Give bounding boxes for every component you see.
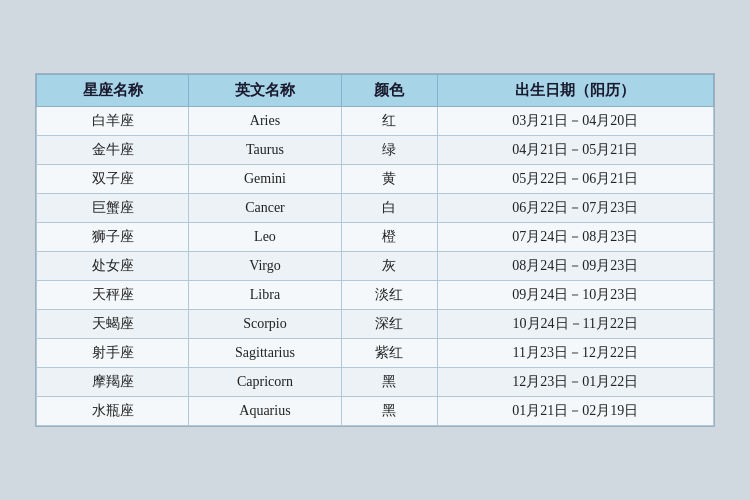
cell-dates: 06月22日－07月23日 — [437, 194, 713, 223]
cell-english: Gemini — [189, 165, 341, 194]
cell-dates: 08月24日－09月23日 — [437, 252, 713, 281]
table-row: 射手座Sagittarius紫红11月23日－12月22日 — [37, 339, 714, 368]
cell-english: Virgo — [189, 252, 341, 281]
cell-chinese: 水瓶座 — [37, 397, 189, 426]
cell-english: Libra — [189, 281, 341, 310]
cell-chinese: 处女座 — [37, 252, 189, 281]
cell-chinese: 天秤座 — [37, 281, 189, 310]
table-row: 双子座Gemini黄05月22日－06月21日 — [37, 165, 714, 194]
cell-color: 白 — [341, 194, 437, 223]
col-header-dates: 出生日期（阳历） — [437, 75, 713, 107]
cell-dates: 07月24日－08月23日 — [437, 223, 713, 252]
cell-english: Cancer — [189, 194, 341, 223]
table-row: 水瓶座Aquarius黑01月21日－02月19日 — [37, 397, 714, 426]
cell-chinese: 白羊座 — [37, 107, 189, 136]
cell-english: Aquarius — [189, 397, 341, 426]
cell-dates: 12月23日－01月22日 — [437, 368, 713, 397]
cell-color: 灰 — [341, 252, 437, 281]
col-header-color: 颜色 — [341, 75, 437, 107]
cell-color: 黑 — [341, 368, 437, 397]
cell-chinese: 金牛座 — [37, 136, 189, 165]
cell-chinese: 巨蟹座 — [37, 194, 189, 223]
cell-color: 绿 — [341, 136, 437, 165]
cell-chinese: 摩羯座 — [37, 368, 189, 397]
cell-english: Taurus — [189, 136, 341, 165]
cell-english: Aries — [189, 107, 341, 136]
zodiac-table: 星座名称 英文名称 颜色 出生日期（阳历） 白羊座Aries红03月21日－04… — [36, 74, 714, 426]
cell-dates: 04月21日－05月21日 — [437, 136, 713, 165]
cell-color: 黄 — [341, 165, 437, 194]
table-row: 天秤座Libra淡红09月24日－10月23日 — [37, 281, 714, 310]
cell-color: 紫红 — [341, 339, 437, 368]
cell-color: 红 — [341, 107, 437, 136]
table-row: 狮子座Leo橙07月24日－08月23日 — [37, 223, 714, 252]
table-row: 巨蟹座Cancer白06月22日－07月23日 — [37, 194, 714, 223]
col-header-english: 英文名称 — [189, 75, 341, 107]
cell-english: Leo — [189, 223, 341, 252]
cell-chinese: 天蝎座 — [37, 310, 189, 339]
cell-chinese: 双子座 — [37, 165, 189, 194]
table-row: 处女座Virgo灰08月24日－09月23日 — [37, 252, 714, 281]
cell-color: 黑 — [341, 397, 437, 426]
cell-color: 淡红 — [341, 281, 437, 310]
cell-english: Capricorn — [189, 368, 341, 397]
cell-english: Scorpio — [189, 310, 341, 339]
table-row: 白羊座Aries红03月21日－04月20日 — [37, 107, 714, 136]
cell-dates: 09月24日－10月23日 — [437, 281, 713, 310]
table-row: 天蝎座Scorpio深红10月24日－11月22日 — [37, 310, 714, 339]
cell-color: 深红 — [341, 310, 437, 339]
cell-color: 橙 — [341, 223, 437, 252]
cell-chinese: 射手座 — [37, 339, 189, 368]
col-header-chinese: 星座名称 — [37, 75, 189, 107]
cell-english: Sagittarius — [189, 339, 341, 368]
cell-dates: 11月23日－12月22日 — [437, 339, 713, 368]
cell-dates: 01月21日－02月19日 — [437, 397, 713, 426]
table-row: 摩羯座Capricorn黑12月23日－01月22日 — [37, 368, 714, 397]
cell-chinese: 狮子座 — [37, 223, 189, 252]
cell-dates: 03月21日－04月20日 — [437, 107, 713, 136]
cell-dates: 10月24日－11月22日 — [437, 310, 713, 339]
cell-dates: 05月22日－06月21日 — [437, 165, 713, 194]
table-row: 金牛座Taurus绿04月21日－05月21日 — [37, 136, 714, 165]
table-header-row: 星座名称 英文名称 颜色 出生日期（阳历） — [37, 75, 714, 107]
zodiac-table-wrapper: 星座名称 英文名称 颜色 出生日期（阳历） 白羊座Aries红03月21日－04… — [35, 73, 715, 427]
